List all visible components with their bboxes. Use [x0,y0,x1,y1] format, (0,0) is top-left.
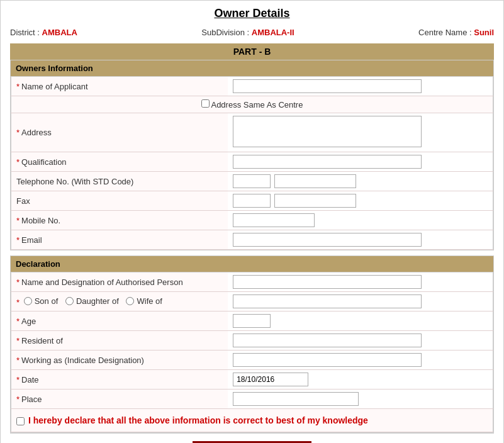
address-input-cell [228,113,493,152]
required-star-8: * [16,317,20,326]
auth-person-input-cell [228,272,493,292]
telephone-input[interactable] [274,174,356,188]
required-star: * [16,82,20,91]
page-wrapper: Owner Details District : AMBALA SubDivis… [0,0,504,443]
subdivision-value: AMBALA-II [252,28,294,37]
subdivision-label: SubDivision : [201,28,249,37]
centre-info: Centre Name : Sunil [418,28,494,37]
declaration-section: Declaration *Name and Designation of Aut… [10,255,494,433]
fax-row: Fax [11,191,493,211]
district-value: AMBALA [42,28,77,37]
wife-of-radio[interactable] [126,297,134,305]
auth-person-input[interactable] [233,275,422,289]
auth-person-row: *Name and Designation of Authorised Pers… [11,272,493,292]
date-input-cell [228,370,493,390]
address-same-label: Address Same As Centre [211,100,303,109]
working-input[interactable] [233,353,422,367]
centre-label: Centre Name : [418,28,472,37]
declaration-text-cell: I hereby declare that all the above info… [11,409,493,432]
place-row: *Place [11,390,493,409]
qualification-input-cell [228,152,493,172]
centre-value: Sunil [474,28,494,37]
fax-group [233,194,488,208]
qualification-row: *Qualification [11,152,493,172]
fax-std-input[interactable] [233,194,271,208]
mobile-row: *Mobile No. [11,211,493,230]
relation-input-cell [228,292,493,311]
place-input[interactable] [233,392,359,406]
age-row: *Age [11,311,493,331]
name-input[interactable] [233,79,422,93]
age-label: *Age [11,311,228,331]
required-star-10: * [16,356,20,365]
address-same-checkbox[interactable] [201,99,210,108]
email-input[interactable] [233,233,422,247]
telephone-row: Telephone No. (With STD Code) [11,172,493,191]
daughter-of-radio[interactable] [65,297,74,305]
son-of-radio[interactable] [24,297,32,305]
required-star-12: * [16,395,20,404]
relation-label: * Son of Daughter of Wife of [11,292,228,311]
required-star-4: * [16,216,20,225]
district-label: District : [10,28,40,37]
working-input-cell [228,350,493,370]
required-star-3: * [16,157,20,167]
mobile-input-cell [228,211,493,230]
email-label: *Email [11,230,228,250]
address-same-cell: Address Same As Centre [11,96,493,113]
std-code-input[interactable] [233,174,271,188]
name-label: *Name of Applicant [11,77,228,96]
save-button-row: SAVE & CONTINUE [10,433,494,443]
resident-row: *Resident of [11,331,493,350]
address-row: *Address [11,113,493,152]
mobile-input[interactable] [233,213,315,227]
date-row: *Date [11,370,493,390]
working-label: *Working as (Indicate Designation) [11,350,228,370]
resident-input-cell [228,331,493,350]
telephone-group [233,174,488,188]
place-input-cell [228,390,493,409]
age-input[interactable] [233,314,271,328]
resident-label: *Resident of [11,331,228,350]
declaration-checkbox[interactable] [16,417,25,425]
name-row: *Name of Applicant [11,77,493,96]
email-input-cell [228,230,493,250]
resident-input[interactable] [233,334,422,347]
auth-person-label: *Name and Designation of Authorised Pers… [11,272,228,292]
owners-table: *Name of Applicant Address Same As Centr… [11,76,493,250]
qualification-input[interactable] [233,155,422,169]
declaration-header: Declaration [11,256,493,272]
place-label: *Place [11,390,228,409]
district-info: District : AMBALA [10,28,77,37]
required-star-7: * [16,298,20,307]
owners-header: Owners Information [11,60,493,76]
required-star-6: * [16,278,20,287]
son-of-group: Son of [24,296,59,306]
address-textarea[interactable] [233,116,422,147]
daughter-of-group: Daughter of [65,296,119,306]
name-input-cell [228,77,493,96]
meta-row: District : AMBALA SubDivision : AMBALA-I… [10,28,494,37]
email-row: *Email [11,230,493,250]
required-star-11: * [16,375,20,384]
required-star-5: * [16,235,20,245]
date-input[interactable] [233,373,308,386]
relation-input[interactable] [233,294,422,308]
telephone-label: Telephone No. (With STD Code) [11,172,228,191]
required-star-9: * [16,336,20,345]
fax-input-cell [228,191,493,211]
part-header: PART - B [10,43,494,60]
address-same-row: Address Same As Centre [11,96,493,113]
fax-label: Fax [11,191,228,211]
date-label: *Date [11,370,228,390]
subdivision-info: SubDivision : AMBALA-II [201,28,294,37]
qualification-label: *Qualification [11,152,228,172]
declaration-text-container: I hereby declare that all the above info… [16,415,488,425]
relation-row: * Son of Daughter of Wife of [11,292,493,311]
declaration-table: *Name and Designation of Authorised Pers… [11,272,493,432]
owners-section: Owners Information *Name of Applicant Ad… [10,60,494,250]
fax-number-input[interactable] [274,194,356,208]
address-label: *Address [11,113,228,152]
wife-of-group: Wife of [126,296,162,306]
age-input-cell [228,311,493,331]
